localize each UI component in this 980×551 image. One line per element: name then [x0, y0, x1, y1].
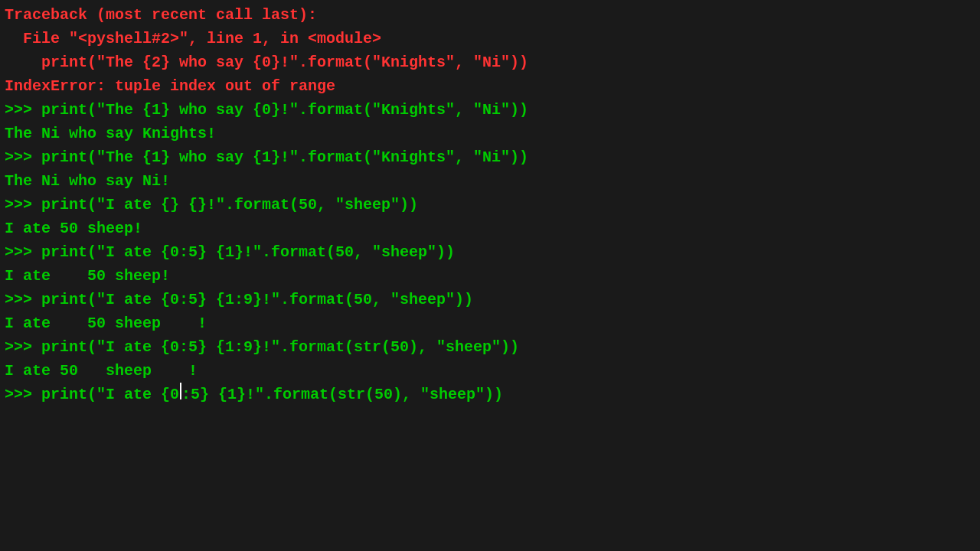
code-3: print("I ate {} {}!".format(50, "sheep")…: [41, 193, 418, 217]
file-info-text: File "<pyshell#2>", line 1, in <module>: [5, 27, 381, 51]
output-text-6: I ate 50 sheep !: [5, 359, 198, 383]
output-text-2: The Ni who say Ni!: [5, 169, 170, 193]
prompt-3: >>>: [5, 193, 41, 217]
line-prompt-6[interactable]: >>> print("I ate {0:5} {1:9}!".format(st…: [0, 335, 980, 359]
index-error-text: IndexError: tuple index out of range: [5, 74, 335, 98]
line-index-error: IndexError: tuple index out of range: [0, 74, 980, 98]
output-text-3: I ate 50 sheep!: [5, 217, 142, 240]
line-prompt-4[interactable]: >>> print("I ate {0:5} {1}!".format(50, …: [0, 240, 980, 264]
line-output-6: I ate 50 sheep !: [0, 359, 980, 383]
active-code-before: print("I ate {0: [41, 383, 179, 406]
line-output-5: I ate 50 sheep !: [0, 311, 980, 335]
prompt-5: >>>: [5, 288, 41, 311]
line-prompt-2[interactable]: >>> print("The {1} who say {1}!".format(…: [0, 145, 980, 169]
shell-container: Traceback (most recent call last): File …: [0, 0, 980, 551]
line-print-traceback: print("The {2} who say {0}!".format("Kni…: [0, 51, 980, 74]
active-code-after: :5} {1}!".format(str(50), "sheep")): [181, 383, 503, 406]
line-file-info: File "<pyshell#2>", line 1, in <module>: [0, 27, 980, 51]
code-1: print("The {1} who say {0}!".format("Kni…: [41, 98, 528, 122]
prompt-4: >>>: [5, 240, 41, 264]
code-6: print("I ate {0:5} {1:9}!".format(str(50…: [41, 335, 519, 359]
prompt-2: >>>: [5, 145, 41, 169]
line-traceback-header: Traceback (most recent call last):: [0, 3, 980, 27]
line-output-3: I ate 50 sheep!: [0, 217, 980, 240]
line-active-prompt[interactable]: >>> print("I ate {0:5} {1}!".format(str(…: [0, 383, 980, 406]
line-output-1: The Ni who say Knights!: [0, 122, 980, 145]
traceback-header-text: Traceback (most recent call last):: [5, 3, 317, 27]
line-prompt-1[interactable]: >>> print("The {1} who say {0}!".format(…: [0, 98, 980, 122]
output-text-1: The Ni who say Knights!: [5, 122, 216, 145]
output-text-4: I ate 50 sheep!: [5, 264, 170, 288]
line-output-4: I ate 50 sheep!: [0, 264, 980, 288]
prompt-1: >>>: [5, 98, 41, 122]
prompt-6: >>>: [5, 335, 41, 359]
output-text-5: I ate 50 sheep !: [5, 311, 207, 335]
code-4: print("I ate {0:5} {1}!".format(50, "she…: [41, 240, 455, 264]
line-prompt-3[interactable]: >>> print("I ate {} {}!".format(50, "she…: [0, 193, 980, 217]
active-prompt: >>>: [5, 383, 41, 406]
line-prompt-5[interactable]: >>> print("I ate {0:5} {1:9}!".format(50…: [0, 288, 980, 311]
code-2: print("The {1} who say {1}!".format("Kni…: [41, 145, 528, 169]
line-output-2: The Ni who say Ni!: [0, 169, 980, 193]
code-5: print("I ate {0:5} {1:9}!".format(50, "s…: [41, 288, 473, 311]
print-traceback-text: print("The {2} who say {0}!".format("Kni…: [5, 51, 528, 74]
